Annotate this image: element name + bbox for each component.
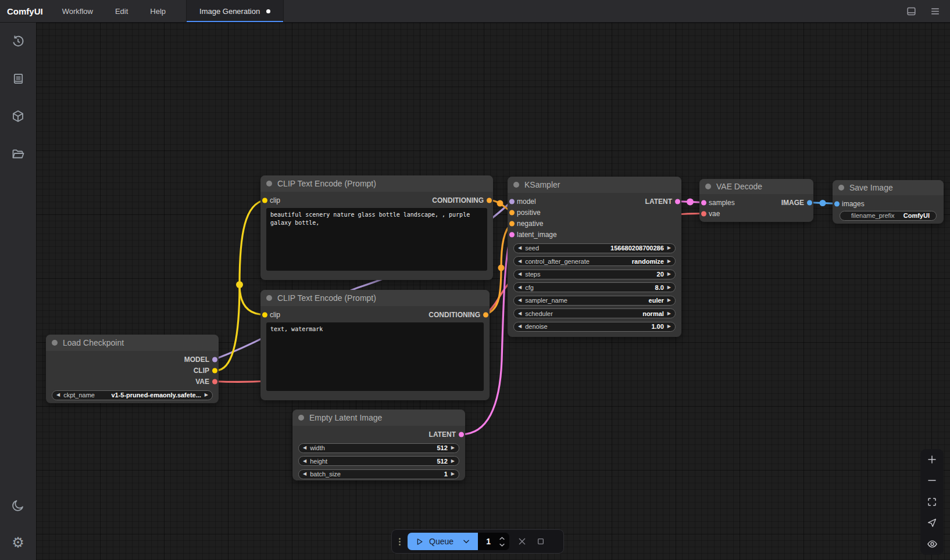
- node-load-checkpoint[interactable]: Load CheckpointMODELCLIPVAE◀ckpt_namev1-…: [46, 335, 219, 403]
- input-port-latent_image[interactable]: [509, 232, 515, 237]
- widget-increment-icon[interactable]: ▶: [451, 472, 455, 476]
- widget-increment-icon[interactable]: ▶: [451, 446, 455, 450]
- input-port-model[interactable]: [509, 199, 515, 204]
- count-down-icon[interactable]: [499, 543, 505, 547]
- widget-filename_prefix[interactable]: filename_prefixComfyUI: [840, 211, 937, 221]
- output-port-VAE[interactable]: [212, 379, 217, 384]
- node-header[interactable]: VAE Decode: [699, 179, 813, 194]
- collapse-dot-icon[interactable]: [52, 340, 58, 346]
- bottom-panel-icon[interactable]: [906, 6, 917, 17]
- widget-increment-icon[interactable]: ▶: [667, 324, 671, 329]
- input-port-vae[interactable]: [701, 211, 706, 216]
- widget-cfg[interactable]: ◀cfg8.0▶: [513, 282, 676, 292]
- node-vae-decode[interactable]: VAE DecodesamplesIMAGEvae: [699, 179, 813, 222]
- zoom-out-icon[interactable]: [927, 475, 937, 486]
- prompt-textarea[interactable]: beautiful scenery nature glass bottle la…: [266, 208, 487, 271]
- output-port-CONDITIONING[interactable]: [483, 312, 488, 317]
- input-port-negative[interactable]: [509, 221, 515, 226]
- theme-toggle-icon[interactable]: [10, 497, 26, 514]
- output-port-LATENT[interactable]: [675, 199, 680, 204]
- widget-increment-icon[interactable]: ▶: [667, 311, 671, 316]
- widget-seed[interactable]: ◀seed156680208700286▶: [513, 243, 676, 253]
- node-header[interactable]: Empty Latent Image: [292, 410, 465, 426]
- widget-width[interactable]: ◀width512▶: [298, 443, 459, 453]
- node-header[interactable]: Load Checkpoint: [46, 335, 219, 351]
- output-port-LATENT[interactable]: [459, 432, 464, 437]
- queue-log-icon[interactable]: [10, 70, 26, 87]
- node-ksampler[interactable]: KSamplermodelLATENTpositivenegativelaten…: [508, 177, 681, 337]
- fit-view-icon[interactable]: [927, 497, 937, 507]
- widget-decrement-icon[interactable]: ◀: [518, 272, 522, 277]
- input-port-clip[interactable]: [262, 198, 267, 203]
- widget-increment-icon[interactable]: ▶: [451, 459, 455, 464]
- menu-help[interactable]: Help: [139, 0, 177, 22]
- input-port-positive[interactable]: [509, 210, 515, 215]
- widget-increment-icon[interactable]: ▶: [205, 393, 208, 397]
- select-mode-icon[interactable]: [927, 518, 937, 528]
- widget-batch_size[interactable]: ◀batch_size1▶: [298, 469, 459, 479]
- output-port-CLIP[interactable]: [212, 368, 217, 373]
- node-header[interactable]: KSampler: [508, 177, 681, 193]
- prompt-textarea[interactable]: text, watermark: [266, 322, 484, 391]
- node-clip-positive[interactable]: CLIP Text Encode (Prompt)clipCONDITIONIN…: [260, 175, 493, 280]
- widget-increment-icon[interactable]: ▶: [667, 246, 671, 250]
- settings-icon[interactable]: ⚙: [10, 534, 26, 551]
- collapse-dot-icon[interactable]: [298, 415, 304, 421]
- batch-count-input[interactable]: 1: [478, 533, 509, 550]
- widget-decrement-icon[interactable]: ◀: [56, 393, 60, 397]
- output-port-IMAGE[interactable]: [807, 200, 812, 205]
- widget-increment-icon[interactable]: ▶: [667, 285, 671, 290]
- queue-button[interactable]: Queue: [408, 533, 478, 550]
- node-header[interactable]: CLIP Text Encode (Prompt): [260, 175, 493, 192]
- node-header[interactable]: Save Image: [833, 180, 944, 195]
- stop-icon[interactable]: [535, 537, 547, 546]
- widget-denoise[interactable]: ◀denoise1.00▶: [513, 322, 676, 332]
- workflows-folder-icon[interactable]: [10, 146, 26, 162]
- collapse-dot-icon[interactable]: [705, 184, 711, 189]
- widget-decrement-icon[interactable]: ◀: [518, 311, 522, 316]
- zoom-in-icon[interactable]: [927, 454, 937, 465]
- widget-decrement-icon[interactable]: ◀: [518, 324, 522, 329]
- widget-height[interactable]: ◀height512▶: [298, 456, 459, 466]
- output-port-MODEL[interactable]: [212, 357, 217, 362]
- collapse-dot-icon[interactable]: [513, 182, 519, 188]
- canvas-controls: [920, 449, 944, 555]
- widget-sampler_name[interactable]: ◀sampler_nameeuler▶: [513, 296, 676, 306]
- collapse-dot-icon[interactable]: [838, 185, 844, 191]
- widget-decrement-icon[interactable]: ◀: [518, 285, 522, 290]
- clear-queue-icon[interactable]: [516, 537, 528, 546]
- node-library-icon[interactable]: [10, 108, 26, 124]
- input-port-samples[interactable]: [701, 200, 706, 205]
- input-port-clip[interactable]: [262, 312, 267, 317]
- node-save-image[interactable]: Save Imageimagesfilename_prefixComfyUI: [833, 180, 944, 224]
- widget-decrement-icon[interactable]: ◀: [518, 298, 522, 303]
- tab-image-generation[interactable]: Image Generation: [186, 0, 284, 22]
- output-port-CONDITIONING[interactable]: [487, 198, 492, 203]
- toggle-visibility-icon[interactable]: [927, 539, 938, 550]
- count-up-icon[interactable]: [499, 537, 505, 540]
- workflow-history-icon[interactable]: [10, 33, 26, 49]
- widget-increment-icon[interactable]: ▶: [667, 272, 671, 277]
- node-clip-negative[interactable]: CLIP Text Encode (Prompt)clipCONDITIONIN…: [260, 290, 490, 400]
- menu-icon[interactable]: [930, 6, 941, 17]
- widget-decrement-icon[interactable]: ◀: [303, 459, 306, 464]
- widget-control_after_generate[interactable]: ◀control_after_generaterandomize▶: [513, 256, 676, 266]
- node-header[interactable]: CLIP Text Encode (Prompt): [260, 290, 490, 306]
- widget-ckpt_name[interactable]: ◀ckpt_namev1-5-pruned-emaonly.safete...▶: [52, 390, 213, 400]
- widget-scheduler[interactable]: ◀schedulernormal▶: [513, 308, 676, 318]
- widget-steps[interactable]: ◀steps20▶: [513, 270, 676, 279]
- widget-decrement-icon[interactable]: ◀: [303, 472, 306, 476]
- widget-decrement-icon[interactable]: ◀: [518, 259, 522, 264]
- input-port-images[interactable]: [834, 201, 840, 206]
- collapse-dot-icon[interactable]: [266, 181, 272, 186]
- collapse-dot-icon[interactable]: [266, 295, 272, 301]
- widget-decrement-icon[interactable]: ◀: [303, 446, 306, 450]
- menu-edit[interactable]: Edit: [104, 0, 139, 22]
- node-canvas[interactable]: [36, 23, 950, 560]
- widget-increment-icon[interactable]: ▶: [667, 298, 671, 303]
- widget-increment-icon[interactable]: ▶: [667, 259, 671, 264]
- menu-workflow[interactable]: Workflow: [51, 0, 104, 22]
- drag-handle[interactable]: [399, 538, 401, 545]
- node-empty-latent[interactable]: Empty Latent ImageLATENT◀width512▶◀heigh…: [292, 410, 465, 480]
- widget-decrement-icon[interactable]: ◀: [518, 246, 522, 250]
